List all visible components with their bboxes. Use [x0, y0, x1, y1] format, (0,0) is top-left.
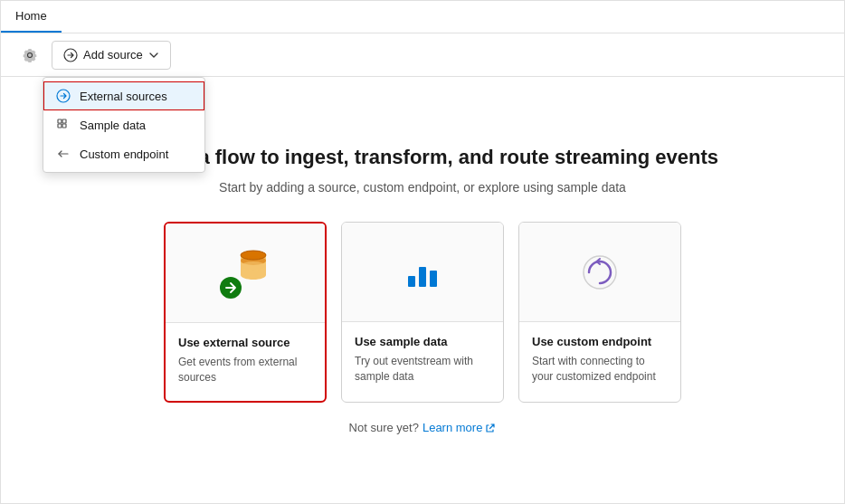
footer: Not sure yet? Learn more [349, 421, 497, 434]
custom-endpoint-label: Custom endpoint [80, 147, 168, 161]
dropdown-item-external-sources[interactable]: External sources [43, 81, 204, 110]
card-sample-data-body: Use sample data Try out eventstream with… [342, 322, 503, 397]
card-custom-endpoint-title: Use custom endpoint [532, 335, 668, 348]
external-link-icon [485, 423, 496, 433]
add-source-button[interactable]: Add source [52, 41, 171, 70]
add-source-label: Add source [83, 48, 143, 62]
svg-rect-4 [58, 124, 62, 128]
database-icon [236, 248, 271, 282]
card-sample-data[interactable]: Use sample data Try out eventstream with… [341, 222, 504, 403]
svg-rect-13 [430, 271, 437, 287]
learn-more-label: Learn more [422, 421, 482, 434]
card-external-source-body: Use external source Get events from exte… [166, 323, 325, 398]
endpoint-icon [576, 249, 623, 296]
sample-data-label: Sample data [80, 119, 146, 132]
gear-icon [23, 48, 37, 62]
dropdown-item-sample-data[interactable]: Sample data [43, 110, 204, 139]
learn-more-link[interactable]: Learn more [422, 421, 496, 434]
card-external-source-desc: Get events from external sources [178, 355, 312, 385]
card-external-source-icon-area [166, 223, 325, 323]
add-source-icon [63, 48, 78, 62]
card-custom-endpoint-desc: Start with connecting to your customized… [532, 354, 668, 385]
app-container: Home Add source [0, 0, 845, 504]
settings-button[interactable] [15, 41, 44, 70]
external-source-composite-icon [220, 248, 271, 299]
external-sources-label: External sources [80, 90, 167, 103]
tab-home-label: Home [15, 9, 47, 23]
card-custom-endpoint[interactable]: Use custom endpoint Start with connectin… [518, 222, 681, 403]
arrow-badge-icon [220, 277, 242, 299]
chevron-down-icon [148, 50, 159, 61]
svg-rect-12 [419, 267, 426, 287]
dropdown-item-custom-endpoint[interactable]: Custom endpoint [43, 139, 204, 168]
sample-data-icon [56, 118, 71, 132]
page-subtitle: Start by adding a source, custom endpoin… [219, 180, 626, 195]
svg-rect-11 [408, 276, 415, 287]
card-external-source-title: Use external source [178, 336, 312, 349]
svg-rect-2 [58, 119, 62, 123]
card-sample-data-title: Use sample data [355, 335, 490, 348]
bar-chart-icon [401, 251, 444, 294]
card-sample-data-desc: Try out eventstream with sample data [355, 354, 490, 385]
dropdown-menu: External sources Sample data [43, 77, 205, 173]
card-custom-endpoint-icon-area [519, 223, 680, 322]
toolbar: Add source External sources [1, 33, 844, 77]
svg-rect-3 [62, 119, 66, 123]
external-sources-icon [56, 89, 71, 103]
svg-point-9 [241, 262, 266, 271]
card-custom-endpoint-body: Use custom endpoint Start with connectin… [519, 322, 680, 397]
custom-endpoint-icon [56, 147, 71, 161]
card-sample-data-icon-area [342, 223, 503, 322]
svg-rect-5 [62, 124, 66, 128]
cards-row: Use external source Get events from exte… [164, 222, 681, 403]
page-title: Design a flow to ingest, transform, and … [127, 146, 718, 169]
tab-home[interactable]: Home [1, 1, 62, 33]
card-external-source[interactable]: Use external source Get events from exte… [164, 222, 327, 403]
footer-text: Not sure yet? [349, 421, 419, 434]
tab-bar: Home [1, 1, 844, 33]
